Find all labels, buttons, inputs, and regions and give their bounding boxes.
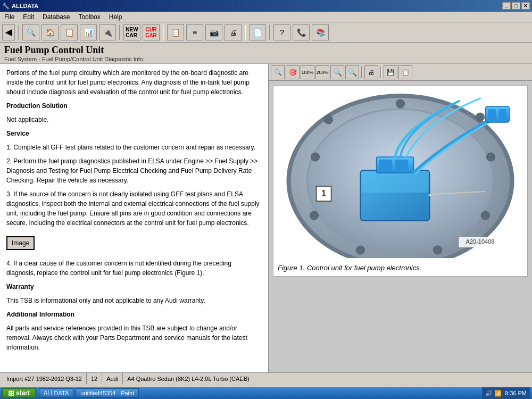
zoom-100-button[interactable]: 100% [301,65,314,79]
status-brand: Audi [102,373,123,384]
step-4-text: 4. If a clear cause of the customer conc… [6,259,262,278]
status-bar: Import #27 1982-2012 Q3-12 12 Audi A4 Qu… [0,372,532,384]
back-button[interactable]: ◀ [2,24,15,40]
production-solution-heading: Production Solution [6,101,262,111]
title-bar-text: ALLDATA [12,3,38,9]
toolbar: ◀ 🔍 🏠 📋 📊 🔌 NEWCAR CURCAR 📋 ≡ 📷 🖨 📄 ? 📞 … [0,22,532,43]
image-button[interactable]: Image [6,236,35,250]
additional-info-text: All parts and service references provide… [6,323,262,352]
svg-point-7 [476,113,485,121]
figure-area: 1 A20-10408 Figure 1. Control unit for f… [269,81,532,372]
left-panel[interactable]: Portions of the fuel pump circuitry whic… [0,64,269,372]
labor-button[interactable]: 📋 [167,24,184,40]
status-import: Import #27 1982-2012 Q3-12 [2,373,87,384]
warranty-heading: Warranty [6,282,262,292]
warranty-text: This TSB is informational only and not a… [6,296,262,305]
maximize-button[interactable]: □ [512,2,520,10]
image-button-container: Image [6,232,262,254]
svg-rect-19 [488,109,496,120]
hotline-button[interactable]: 📞 [293,24,310,40]
svg-point-6 [396,99,405,108]
print-list-button[interactable]: 📋 [61,24,78,40]
menu-bar: File Edit Database Toolbox Help [0,12,532,22]
additional-info-heading: Additional Information [6,310,262,319]
home-button[interactable]: 🏠 [41,24,59,40]
new-car-button[interactable]: NEWCAR [123,24,140,40]
svg-point-10 [434,246,442,254]
notes-button[interactable]: 📄 [249,24,266,40]
current-car-button[interactable]: CURCAR [143,24,160,40]
app-icon: 🔧 [2,3,10,10]
title-bar-controls[interactable]: _ □ ✕ [502,2,530,10]
copy-img-button[interactable]: 📋 [398,65,412,79]
toolbar-separator-1 [18,25,19,40]
fuel-pump-diagram: 1 A20-10408 [276,88,525,258]
menu-database[interactable]: Database [40,13,72,21]
zoom-out-button[interactable]: 🔍 [330,65,344,79]
breadcrumb: Fuel System - Fuel Pump/Control Unit Dia… [4,56,528,62]
catalog-button[interactable]: 📚 [312,24,329,40]
toolbar-separator-3 [163,25,164,40]
svg-point-8 [487,153,495,161]
not-applicable-text: Not applicable. [6,115,262,124]
status-page: 12 [87,373,102,384]
step-3-text: 3. If the source of the concern is not c… [6,189,262,228]
figure-caption: Figure 1. Control unit for fuel pump ele… [276,262,525,274]
page-title: Fuel Pump Control Unit [4,45,528,56]
toolbar-separator-4 [245,25,246,40]
print-img-button[interactable]: 🖨 [364,65,378,79]
status-vehicle: A4 Quattro Sedan (8K2) L4-2.0L Turbo (CA… [123,373,530,384]
minimize-button[interactable]: _ [502,2,511,10]
zoom-in-button[interactable]: 🔍 [271,65,285,79]
svg-rect-14 [362,171,429,193]
parts-button[interactable]: ≡ [186,24,203,40]
svg-point-9 [481,211,490,220]
toolbar-separator-5 [269,25,270,40]
menu-toolbox[interactable]: Toolbox [76,13,102,21]
wiring-button[interactable]: 🔌 [99,24,116,40]
save-img-button[interactable]: 💾 [384,65,397,79]
chart-button[interactable]: 📊 [80,24,97,40]
pan-button[interactable]: 🔍 [345,65,359,79]
svg-rect-20 [499,109,507,120]
app-title-area: Fuel Pump Control Unit Fuel System - Fue… [0,43,532,64]
taskbar-paint[interactable]: untitled45354 - Paint [76,388,139,398]
toolbar-separator-2 [119,25,120,40]
print-button[interactable]: 🖨 [225,24,242,40]
service-heading: Service [6,129,262,138]
svg-text:1: 1 [321,189,326,198]
title-bar: 🔧 ALLDATA _ □ ✕ [0,0,532,12]
taskbar-apps: ALLDATA untitled45354 - Paint [39,388,139,398]
figure-container: 1 A20-10408 Figure 1. Control unit for f… [273,85,528,277]
start-button[interactable]: ⊞ start [2,388,36,398]
menu-edit[interactable]: Edit [21,13,36,21]
menu-help[interactable]: Help [107,13,124,21]
help-button[interactable]: ? [273,24,290,40]
estimate-button[interactable]: 📷 [205,24,222,40]
zoom-200-button[interactable]: 200% [315,65,329,79]
image-toolbar: 🔍 🎯 100% 200% 🔍 🔍 🖨 💾 📋 [269,64,532,81]
svg-line-22 [430,194,434,195]
svg-rect-17 [395,160,409,170]
search-button[interactable]: 🔍 [22,24,39,40]
system-icons: 🔊 📶 [485,390,502,397]
title-bar-left: 🔧 ALLDATA [2,3,38,10]
clock-display: 9:36 PM [505,390,527,396]
svg-text:A20-10408: A20-10408 [466,238,495,245]
img-toolbar-sep-2 [380,66,381,78]
fit-button[interactable]: 🎯 [286,65,300,79]
svg-rect-16 [379,160,393,170]
svg-point-5 [325,115,333,124]
img-toolbar-sep-1 [361,66,362,78]
taskbar-alldata[interactable]: ALLDATA [39,388,73,398]
taskbar-clock: 🔊 📶 9:36 PM [482,387,530,399]
main-content: Portions of the fuel pump circuitry whic… [0,64,532,372]
close-button[interactable]: ✕ [521,2,530,10]
step-2-text: 2. Perform the fuel pump diagnostics pub… [6,156,262,185]
step-1-text: 1. Complete all GFF test plans related t… [6,143,262,152]
svg-point-4 [311,153,320,161]
svg-point-11 [356,246,365,254]
menu-file[interactable]: File [2,13,16,21]
right-panel: 🔍 🎯 100% 200% 🔍 🔍 🖨 💾 📋 [269,64,532,372]
intro-paragraph: Portions of the fuel pump circuitry whic… [6,68,262,97]
